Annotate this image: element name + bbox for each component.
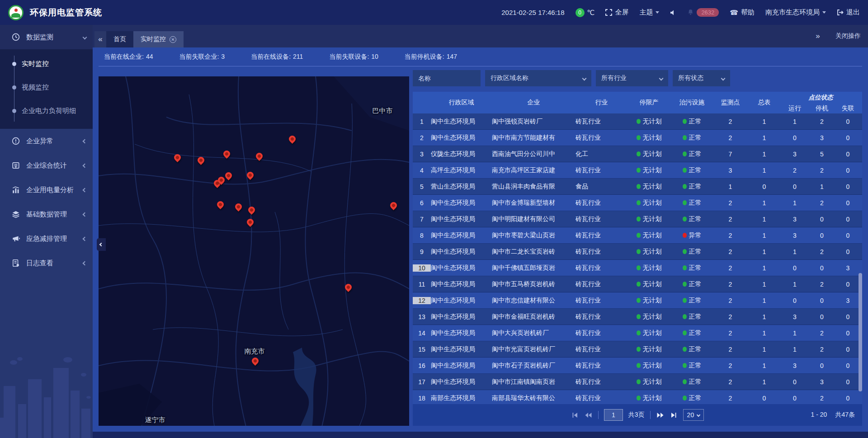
table-row-3[interactable]: 3仪陇生态环境局西南油气田分公司川中化工无计划正常71350	[413, 146, 862, 162]
map-pin-12[interactable]	[247, 205, 256, 215]
scrollbar-thumb[interactable]	[859, 273, 862, 392]
industry-filter-select[interactable]: 所有行业	[596, 70, 668, 86]
table-row-13[interactable]: 13阆中生态环境局阆中市金福旺页岩机砖砖瓦行业无计划正常21300	[413, 309, 862, 325]
name-filter-input[interactable]	[413, 70, 481, 86]
close-operations-button[interactable]: 关闭操作	[835, 32, 861, 40]
sidebar-item-企业综合统计[interactable]: 企业综合统计	[0, 153, 93, 178]
status-filter-select[interactable]: 所有状态	[673, 70, 730, 86]
cell-points: 2	[713, 313, 747, 320]
table-row-15[interactable]: 15阆中生态环境局阆中市光富页岩机砖厂砖瓦行业无计划正常21120	[413, 341, 862, 358]
cell-stopped: 3	[808, 134, 835, 141]
map-pin-5[interactable]	[288, 134, 297, 144]
table-row-2[interactable]: 2阆中生态环境局阆中市南方节能建材有砖瓦行业无计划正常21030	[413, 130, 862, 146]
table-row-5[interactable]: 5营山生态环境局营山县润丰肉食品有限食品无计划正常10010	[413, 179, 862, 195]
sound-button[interactable]	[670, 9, 676, 16]
app-header: 环保用电监管系统 2021-02-25 17:46:18 0 ℃ 全屏 主题	[0, 0, 868, 25]
map-pin-15[interactable]	[344, 283, 353, 292]
temperature-unit: ℃	[587, 9, 595, 17]
table-row-12[interactable]: 12阆中生态环境局阆中市忠信建材有限公砖瓦行业无计划正常21003	[413, 292, 862, 309]
sidebar-item-企业异常[interactable]: 企业异常	[0, 129, 93, 153]
col-meters: 总表	[747, 92, 781, 113]
row-number: 12	[413, 297, 431, 304]
green-dot-icon	[637, 314, 641, 319]
cell-facility: 正常	[670, 329, 713, 337]
double-chevron-left-icon: «	[98, 35, 102, 44]
green-dot-icon	[683, 282, 687, 287]
map-pin-1[interactable]	[173, 153, 182, 162]
fullscreen-button[interactable]: 全屏	[605, 8, 628, 17]
map-pin-11[interactable]	[234, 202, 243, 212]
map-pin-16[interactable]	[250, 356, 260, 366]
name-input[interactable]	[418, 75, 475, 82]
sidebar-item-企业用电量分析[interactable]: 企业用电量分析	[0, 178, 93, 202]
green-dot-icon	[683, 151, 687, 156]
sidebar-item-基础数据管理[interactable]: 基础数据管理	[0, 202, 93, 226]
cell-limit: 无计划	[627, 166, 670, 174]
map-pin-8[interactable]	[224, 171, 233, 180]
table-row-4[interactable]: 4高坪生态环境局南充市高坪区王家店建砖瓦行业无计划正常31220	[413, 162, 862, 179]
tab-close-icon[interactable]: ✕	[170, 36, 176, 43]
tabs-scroll-left-button[interactable]: «	[94, 31, 106, 47]
tab-realtime-monitor[interactable]: 实时监控 ✕	[133, 31, 184, 47]
green-dot-icon	[637, 265, 641, 270]
table-row-14[interactable]: 14阆中生态环境局阆中大兴页岩机砖厂砖瓦行业无计划正常21120	[413, 325, 862, 341]
prev-page-button[interactable]	[584, 411, 593, 419]
cell-offline: 0	[835, 118, 860, 125]
page-number-input[interactable]: 1	[604, 409, 623, 421]
table-row-8[interactable]: 8阆中生态环境局阆中市枣碧大梁山页岩砖瓦行业无计划异常21300	[413, 227, 862, 244]
sidebar-subitem-视频监控[interactable]: 视频监控	[0, 75, 93, 99]
cell-company: 阆中强锐页岩砖厂	[492, 118, 576, 126]
table-row-7[interactable]: 7阆中生态环境局阆中明阳建材有限公司砖瓦行业无计划正常21300	[413, 211, 862, 227]
table-row-10[interactable]: 10阆中生态环境局阆中千佛镇五郎垭页岩砖瓦行业无计划正常21003	[413, 260, 862, 276]
table-row-17[interactable]: 17阆中生态环境局阆中市江南镇阆南页岩砖瓦行业无计划正常21030	[413, 374, 862, 390]
map-pin-9[interactable]	[245, 170, 255, 180]
map-panel[interactable]: 巴中市南充市遂宁市	[99, 76, 409, 426]
row-number: 18	[413, 395, 431, 402]
green-dot-icon	[683, 135, 687, 140]
table-row-11[interactable]: 11阆中生态环境局阆中市五马桥页岩机砖砖瓦行业无计划正常21120	[413, 276, 862, 292]
cell-company: 阆中千佛镇五郎垭页岩	[492, 264, 576, 272]
last-page-button[interactable]	[670, 411, 678, 419]
table-row-6[interactable]: 6阆中生态环境局阆中市金博瑞新型墙材砖瓦行业无计划正常21120	[413, 195, 862, 211]
first-page-button[interactable]	[571, 411, 579, 419]
table-row-9[interactable]: 9阆中生态环境局阆中市二龙长宝页岩砖砖瓦行业无计划正常21120	[413, 244, 862, 260]
table-row-16[interactable]: 16阆中生态环境局阆中市石子页岩机砖厂砖瓦行业无计划正常21300	[413, 358, 862, 374]
cell-limit: 无计划	[627, 329, 670, 337]
sidebar-item-数据监测[interactable]: 数据监测	[0, 25, 93, 49]
caret-down-icon	[822, 11, 826, 14]
sidebar-item-日志查看[interactable]: 日志查看	[0, 251, 93, 275]
next-page-button[interactable]	[656, 411, 665, 419]
cell-company: 南充市高坪区王家店建	[492, 166, 576, 174]
map-pin-14[interactable]	[389, 201, 398, 210]
map-pin-4[interactable]	[255, 151, 264, 161]
cell-meters: 1	[747, 330, 781, 337]
sidebar-item-应急减排管理[interactable]: 应急减排管理	[0, 226, 93, 251]
map-pin-13[interactable]	[245, 217, 255, 227]
chevron-down-icon	[582, 76, 587, 80]
map-pin-2[interactable]	[196, 155, 206, 165]
chevron-down-icon	[659, 76, 664, 80]
table-scrollbar[interactable]	[859, 92, 862, 404]
theme-dropdown[interactable]: 主题	[639, 8, 659, 17]
organization-dropdown[interactable]: 南充市生态环境局	[765, 8, 826, 17]
cell-limit: 无计划	[627, 264, 670, 272]
green-dot-icon	[683, 184, 687, 189]
table-row-18[interactable]: 18南部生态环境局南部县瑞华太砖有限公砖瓦行业无计划正常20020	[413, 390, 862, 404]
map-pin-10[interactable]	[216, 200, 225, 209]
page-size-select[interactable]: 20	[683, 409, 704, 421]
sidebar-subitem-实时监控[interactable]: 实时监控	[0, 52, 93, 75]
cell-points: 2	[713, 281, 747, 288]
tabs-scroll-right-button[interactable]: »	[812, 28, 824, 44]
map-pin-3[interactable]	[222, 149, 231, 159]
help-button[interactable]: ☎ 帮助	[730, 8, 755, 17]
cell-region: 阆中生态环境局	[431, 297, 492, 305]
tab-home[interactable]: 首页	[106, 31, 133, 47]
logout-button[interactable]: 退出	[837, 8, 860, 17]
cell-facility: 正常	[670, 378, 713, 386]
region-filter-select[interactable]: 行政区域名称	[485, 70, 591, 86]
notifications[interactable]: 2632	[687, 8, 719, 17]
sidebar-subitem-企业电力负荷明细[interactable]: 企业电力负荷明细	[0, 99, 93, 122]
sidebar-item-label: 应急减排管理	[26, 235, 67, 243]
map-collapse-handle[interactable]	[97, 238, 106, 251]
table-row-1[interactable]: 1阆中生态环境局阆中强锐页岩砖厂砖瓦行业无计划正常21120	[413, 113, 862, 130]
